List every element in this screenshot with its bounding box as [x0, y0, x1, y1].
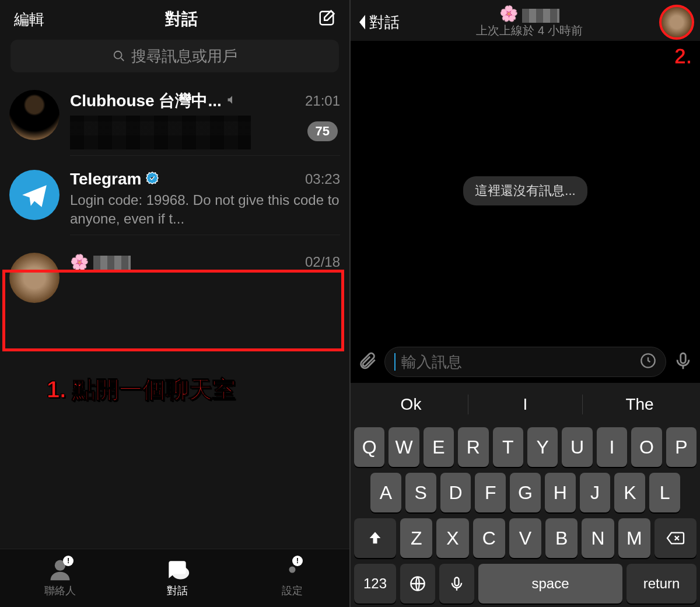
key-k[interactable]: K [614, 473, 645, 512]
flower-icon: 🌸 [70, 254, 89, 270]
key-a[interactable]: A [370, 473, 401, 512]
key-v[interactable]: V [509, 518, 541, 558]
back-button[interactable]: 對話 [356, 12, 400, 33]
flower-icon: 🌸 [499, 6, 518, 21]
page-title: 對話 [165, 8, 198, 30]
tab-bar: ! 聯絡人 對話 ! 設定 [0, 549, 349, 607]
keyboard: Ok I The Q W E R T Y U I O P A S D F G H… [351, 383, 700, 607]
tab-contacts[interactable]: ! 聯絡人 [44, 557, 76, 598]
compose-button[interactable] [318, 9, 335, 29]
svg-point-1 [114, 51, 121, 59]
chat-name: Clubhouse 台灣中... [70, 90, 222, 112]
redacted-name [93, 256, 131, 270]
conversation-screen: 對話 🌸 上次上線於 4 小時前 2. 這裡還沒有訊息... 輸入訊息 [351, 0, 700, 607]
key-z[interactable]: Z [400, 518, 432, 558]
tab-label: 設定 [282, 584, 303, 598]
search-input[interactable]: 搜尋訊息或用戶 [10, 40, 339, 72]
svg-point-4 [289, 566, 295, 573]
chat-list-screen: 編輯 對話 搜尋訊息或用戶 Clubhouse 台灣中... 21:01 [0, 0, 351, 607]
alert-badge-icon: ! [63, 556, 74, 566]
message-area[interactable]: 這裡還沒有訊息... [351, 41, 700, 341]
key-m[interactable]: M [618, 518, 650, 558]
alert-badge-icon: ! [292, 556, 303, 566]
key-o[interactable]: O [631, 427, 662, 467]
key-c[interactable]: C [473, 518, 505, 558]
suggestion[interactable]: I [468, 395, 582, 414]
key-f[interactable]: F [475, 473, 506, 512]
key-y[interactable]: Y [527, 427, 558, 467]
svg-rect-0 [320, 12, 334, 25]
key-return[interactable]: return [626, 564, 696, 603]
attach-button[interactable] [358, 351, 377, 373]
unread-badge: 75 [307, 121, 338, 141]
back-label: 對話 [369, 12, 400, 33]
key-l[interactable]: L [649, 473, 680, 512]
key-dictation[interactable] [439, 564, 474, 603]
key-globe[interactable] [400, 564, 435, 603]
key-e[interactable]: E [424, 427, 454, 467]
key-row: Q W E R T Y U I O P [354, 427, 696, 467]
chat-item[interactable]: Telegram 03:23 Login code: 19968. Do not… [0, 163, 349, 242]
suggestion[interactable]: Ok [354, 395, 468, 414]
suggestion-bar: Ok I The [354, 388, 696, 421]
key-t[interactable]: T [493, 427, 523, 467]
key-row: A S D F G H J K L [354, 473, 696, 512]
chat-preview: Login code: 19968. Do not give this code… [70, 191, 340, 229]
message-input-row: 輸入訊息 [351, 341, 700, 383]
chat-item[interactable]: 🌸 02/18 [0, 242, 349, 322]
chat-name: 🌸 [70, 253, 131, 271]
key-backspace[interactable] [654, 518, 696, 558]
empty-state-message: 這裡還沒有訊息... [463, 176, 587, 205]
key-n[interactable]: N [582, 518, 614, 558]
voice-message-button[interactable] [673, 351, 693, 373]
key-space[interactable]: space [478, 564, 622, 603]
input-placeholder: 輸入訊息 [401, 352, 634, 372]
key-q[interactable]: Q [354, 427, 384, 467]
chat-name: Telegram [70, 170, 141, 189]
muted-icon [226, 94, 238, 108]
key-s[interactable]: S [405, 473, 436, 512]
chat-time: 21:01 [305, 93, 340, 109]
conversation-title[interactable]: 🌸 [400, 6, 659, 22]
key-h[interactable]: H [545, 473, 576, 512]
text-cursor [394, 353, 396, 371]
tab-label: 對話 [167, 584, 188, 598]
key-j[interactable]: J [580, 473, 611, 512]
annotation-label-2: 2. [674, 44, 692, 69]
chat-item[interactable]: Clubhouse 台灣中... 21:01 75 [0, 83, 349, 163]
key-x[interactable]: X [436, 518, 468, 558]
message-input[interactable]: 輸入訊息 [384, 347, 666, 377]
tab-chats[interactable]: 對話 [164, 557, 190, 598]
key-row: Z X C V B N M [354, 518, 696, 558]
key-123[interactable]: 123 [354, 564, 396, 603]
last-seen-status: 上次上線於 4 小時前 [400, 23, 659, 39]
edit-button[interactable]: 編輯 [14, 9, 44, 30]
search-placeholder: 搜尋訊息或用戶 [131, 46, 237, 67]
avatar [9, 253, 60, 303]
key-shift[interactable] [354, 518, 396, 558]
key-b[interactable]: B [545, 518, 578, 558]
chat-list-header: 編輯 對話 [0, 0, 349, 35]
key-g[interactable]: G [510, 473, 541, 512]
conversation-header: 對話 🌸 上次上線於 4 小時前 [351, 0, 700, 41]
key-row: 123 space return [354, 564, 696, 603]
tab-settings[interactable]: ! 設定 [279, 557, 305, 598]
sticker-button[interactable] [640, 353, 656, 371]
avatar [9, 170, 60, 220]
key-d[interactable]: D [440, 473, 471, 512]
chat-list: Clubhouse 台灣中... 21:01 75 Telegram [0, 83, 349, 322]
key-w[interactable]: W [388, 427, 419, 467]
key-r[interactable]: R [458, 427, 488, 467]
key-u[interactable]: U [562, 427, 592, 467]
profile-avatar-button[interactable] [659, 5, 694, 40]
suggestion[interactable]: The [583, 395, 696, 414]
chat-time: 02/18 [305, 254, 340, 270]
annotation-label-1: 1. 點開一個聊天室 [47, 374, 236, 406]
tab-label: 聯絡人 [44, 584, 76, 598]
key-p[interactable]: P [666, 427, 696, 467]
svg-rect-6 [681, 353, 686, 363]
chat-time: 03:23 [305, 171, 340, 187]
key-i[interactable]: I [597, 427, 627, 467]
avatar [9, 90, 60, 140]
redacted-name [522, 9, 559, 23]
